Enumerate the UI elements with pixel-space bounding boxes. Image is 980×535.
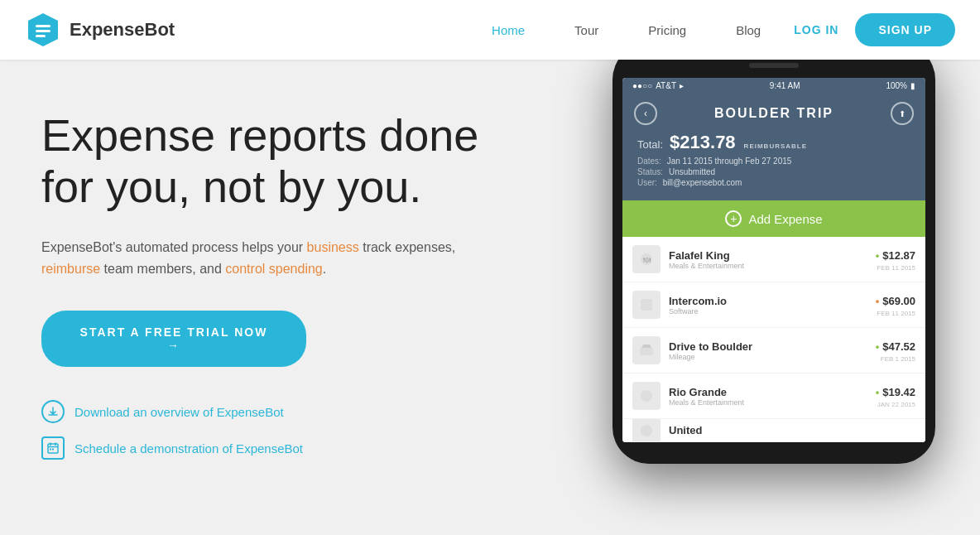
svg-rect-8 (50, 449, 51, 451)
expense-item-3[interactable]: Rio Grande Meals & Entertainment $19.42 … (622, 374, 925, 419)
expense-item-4[interactable]: United (622, 419, 925, 442)
secondary-links: Download an overview of ExpenseBot Sched… (41, 400, 538, 460)
phone-speaker (749, 63, 799, 68)
share-button[interactable]: ⬆ (891, 102, 914, 125)
download-link[interactable]: Download an overview of ExpenseBot (41, 400, 538, 423)
svg-point-15 (641, 390, 652, 402)
battery-icon: ▮ (910, 81, 915, 90)
expense-icon-1 (632, 291, 661, 319)
nav-actions: LOG IN SIGN UP (794, 13, 955, 46)
svg-rect-1 (36, 25, 50, 27)
expense-info-4: United (669, 424, 915, 436)
dates-value: Jan 11 2015 through Feb 27 2015 (667, 157, 792, 166)
phone-bottom (622, 442, 925, 454)
expense-cat-0: Meals & Entertainment (669, 262, 867, 270)
login-button[interactable]: LOG IN (794, 23, 838, 36)
back-button[interactable]: ‹ (634, 102, 657, 125)
expense-info-2: Drive to Boulder Mileage (669, 340, 867, 361)
svg-marker-14 (641, 345, 651, 348)
svg-rect-9 (52, 449, 54, 451)
dates-row: Dates: Jan 11 2015 through Feb 27 2015 (637, 157, 910, 166)
expense-amount-col-2: $47.52 FEB 1 2015 (876, 339, 915, 363)
time-display: 9:41 AM (770, 81, 800, 90)
add-expense-button[interactable]: + Add Expense (622, 200, 925, 237)
expense-icon-4 (632, 419, 661, 442)
trip-title: BOULDER TRIP (714, 106, 833, 121)
calendar-icon (41, 436, 65, 460)
nav-pricing[interactable]: Pricing (648, 23, 686, 37)
svg-point-16 (641, 425, 652, 436)
add-expense-label: Add Expense (748, 212, 822, 226)
expense-amount-col-3: $19.42 JAN 22 2015 (876, 384, 915, 408)
signup-button[interactable]: SIGN UP (855, 13, 955, 46)
status-right: 100% ▮ (886, 81, 915, 90)
add-plus-icon: + (725, 210, 742, 227)
nav-tour[interactable]: Tour (574, 23, 598, 37)
status-left: ●●○○ AT&T ▸ (632, 81, 684, 90)
svg-rect-2 (36, 30, 50, 32)
total-label: Total: (637, 138, 663, 151)
svg-rect-3 (36, 35, 46, 37)
business-link[interactable]: business (307, 240, 359, 254)
expense-date-1: FEB 11 2015 (876, 310, 915, 317)
app-header-top: ‹ BOULDER TRIP ⬆ (634, 102, 914, 125)
expense-name-4: United (669, 424, 915, 436)
expense-amount-col-1: $69.00 FEB 11 2015 (876, 293, 915, 317)
hero-left: Expense reports donefor you, not by you.… (0, 60, 579, 535)
nav-blog[interactable]: Blog (736, 23, 761, 37)
expense-item-2[interactable]: Drive to Boulder Mileage $47.52 FEB 1 20… (622, 328, 925, 374)
app-header: ‹ BOULDER TRIP ⬆ Total: $213.78 REIMBURS… (622, 94, 925, 200)
cta-button[interactable]: START A FREE TRIAL NOW → (41, 311, 306, 367)
expense-icon-0: 🍽 (632, 245, 661, 273)
expense-date-3: JAN 22 2015 (876, 401, 915, 408)
download-label: Download an overview of ExpenseBot (74, 405, 284, 419)
hero-headline: Expense reports donefor you, not by you. (41, 109, 538, 212)
expense-item-1[interactable]: Intercom.io Software $69.00 FEB 11 2015 (622, 282, 925, 328)
schedule-link[interactable]: Schedule a demonstration of ExpenseBot (41, 436, 538, 460)
user-label: User: (637, 178, 657, 187)
expense-cat-3: Meals & Entertainment (669, 398, 867, 407)
download-icon (41, 400, 65, 423)
reimburse-link[interactable]: reimburse (41, 262, 100, 276)
expense-info-0: Falafel King Meals & Entertainment (669, 249, 867, 270)
nav-links: Home Tour Pricing Blog (492, 23, 761, 37)
phone-mockup: ●●○○ AT&T ▸ 9:41 AM 100% ▮ ‹ (612, 60, 935, 464)
signal-dots: ●●○○ (632, 81, 652, 90)
dates-label: Dates: (637, 157, 661, 166)
battery-level: 100% (886, 81, 907, 90)
wifi-icon: ▸ (680, 81, 684, 90)
expense-icon-2 (632, 336, 661, 364)
user-value: bill@expensebot.com (663, 178, 742, 187)
expense-summary: Total: $213.78 REIMBURSABLE Dates: Jan 1… (634, 132, 914, 187)
expense-date-0: FEB 11 2015 (876, 264, 915, 272)
control-link[interactable]: control spending (225, 262, 322, 276)
expense-name-2: Drive to Boulder (669, 340, 867, 353)
expense-cat-1: Software (669, 307, 867, 316)
expense-date-2: FEB 1 2015 (876, 355, 915, 363)
svg-text:🍽: 🍽 (643, 256, 651, 264)
status-value: Unsubmitted (669, 167, 715, 176)
phone-outer: ●●○○ AT&T ▸ 9:41 AM 100% ▮ ‹ (612, 60, 935, 464)
reimbursable-badge: REIMBURSABLE (744, 142, 807, 150)
phone-notch (622, 60, 925, 78)
nav-home[interactable]: Home (492, 23, 525, 37)
navbar: ExpenseBot Home Tour Pricing Blog LOG IN… (0, 0, 980, 60)
expense-amount-2: $47.52 (876, 340, 915, 353)
status-label: Status: (637, 167, 663, 176)
hero-subtext: ExpenseBot's automated process helps you… (41, 237, 505, 279)
expense-icon-3 (632, 382, 661, 410)
expense-item-0[interactable]: 🍽 Falafel King Meals & Entertainment $12… (622, 237, 925, 282)
status-bar: ●●○○ AT&T ▸ 9:41 AM 100% ▮ (622, 78, 925, 94)
phone-screen: ●●○○ AT&T ▸ 9:41 AM 100% ▮ ‹ (622, 78, 925, 442)
hero-right: ●●○○ AT&T ▸ 9:41 AM 100% ▮ ‹ (579, 60, 980, 535)
logo[interactable]: ExpenseBot (25, 12, 175, 48)
expense-cat-2: Mileage (669, 353, 867, 361)
total-amount: $213.78 (670, 132, 736, 153)
total-row: Total: $213.78 REIMBURSABLE (637, 132, 910, 153)
logo-icon (25, 12, 61, 48)
expense-name-0: Falafel King (669, 249, 867, 262)
expense-amount-0: $12.87 (876, 249, 915, 262)
expense-list: 🍽 Falafel King Meals & Entertainment $12… (622, 237, 925, 442)
expense-amount-3: $19.42 (876, 386, 915, 398)
svg-rect-13 (640, 348, 653, 355)
